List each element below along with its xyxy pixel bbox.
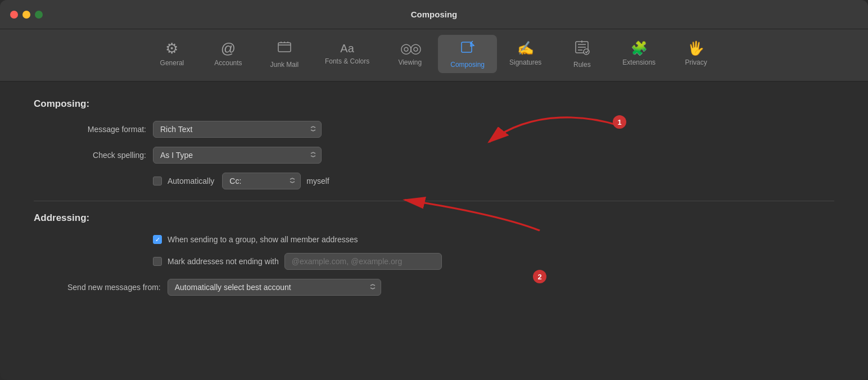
send-from-select-wrapper: Automatically select best account Specif… — [168, 279, 381, 296]
addressing-section-title: Addressing: — [34, 212, 834, 224]
close-button[interactable] — [10, 11, 18, 19]
traffic-lights — [10, 11, 43, 19]
badge-2: 2 — [533, 270, 546, 283]
svg-point-11 — [584, 49, 589, 55]
send-from-select[interactable]: Automatically select best account Specif… — [168, 279, 381, 296]
toolbar-label-rules: Rules — [573, 61, 591, 69]
cc-select[interactable]: Cc: Bcc: — [222, 173, 301, 189]
send-from-row: Send new messages from: Automatically se… — [67, 279, 834, 296]
group-checkbox-label: When sending to a group, show all member… — [168, 235, 358, 244]
auto-checkbox-label: Automatically — [168, 177, 214, 186]
toolbar-label-signatures: Signatures — [509, 58, 541, 66]
viewing-icon: ◎◎ — [400, 42, 419, 55]
toolbar-item-signatures[interactable]: ✍ Signatures — [497, 37, 554, 71]
toolbar-label-viewing: Viewing — [398, 58, 422, 66]
svg-rect-0 — [278, 43, 291, 52]
window-title: Composing — [411, 10, 458, 19]
check-spelling-group: Check spelling: As I Type When I Click S… — [34, 147, 834, 164]
extensions-icon: 🧩 — [631, 42, 648, 55]
privacy-icon: 🖐 — [688, 42, 704, 55]
badge-1: 1 — [613, 115, 626, 129]
accounts-icon: @ — [221, 41, 236, 56]
toolbar-item-junk-mail[interactable]: Junk Mail — [256, 35, 313, 73]
toolbar-label-junk-mail: Junk Mail — [270, 61, 299, 69]
toolbar-label-accounts: Accounts — [214, 59, 242, 67]
toolbar: ⚙ General @ Accounts Junk Mail Aa Fonts … — [0, 29, 868, 82]
section-divider — [34, 201, 834, 201]
group-checkbox-group: When sending to a group, show all member… — [153, 235, 834, 244]
toolbar-item-viewing[interactable]: ◎◎ Viewing — [382, 37, 438, 71]
composing-icon — [460, 39, 476, 57]
toolbar-item-extensions[interactable]: 🧩 Extensions — [610, 37, 668, 71]
toolbar-item-privacy[interactable]: 🖐 Privacy — [668, 37, 724, 71]
toolbar-label-composing: Composing — [450, 61, 485, 69]
check-spelling-select[interactable]: As I Type When I Click Send Never — [153, 147, 322, 164]
toolbar-item-rules[interactable]: Rules — [554, 35, 610, 73]
myself-label: myself — [306, 177, 329, 186]
mark-addresses-checkbox[interactable] — [153, 257, 162, 266]
rules-icon — [574, 39, 590, 57]
main-window: Composing ⚙ General @ Accounts Junk Mail — [0, 0, 868, 380]
mark-addresses-label: Mark addresses not ending with — [168, 257, 279, 266]
minimize-button[interactable] — [22, 11, 30, 19]
toolbar-item-accounts[interactable]: @ Accounts — [200, 37, 256, 71]
toolbar-label-fonts-colors: Fonts & Colors — [325, 57, 369, 65]
toolbar-item-general[interactable]: ⚙ General — [144, 37, 200, 71]
composing-section-title: Composing: — [34, 98, 834, 110]
fonts-icon: Aa — [340, 43, 354, 54]
check-spelling-select-wrapper: As I Type When I Click Send Never — [153, 147, 322, 164]
signatures-icon: ✍ — [517, 42, 534, 55]
message-format-group: Message format: Rich Text Plain Text — [34, 121, 834, 138]
cc-select-wrapper: Cc: Bcc: — [222, 173, 301, 189]
toolbar-label-privacy: Privacy — [685, 58, 707, 66]
toolbar-item-composing[interactable]: Composing — [438, 35, 497, 73]
auto-checkbox[interactable] — [153, 177, 162, 186]
message-format-label: Message format: — [34, 125, 146, 134]
mark-addresses-group: Mark addresses not ending with — [153, 253, 834, 270]
auto-cc-group: Automatically Cc: Bcc: myself — [153, 173, 834, 189]
toolbar-label-general: General — [160, 59, 184, 67]
message-format-select-wrapper: Rich Text Plain Text — [153, 121, 322, 138]
titlebar: Composing — [0, 0, 868, 29]
toolbar-item-fonts-colors[interactable]: Aa Fonts & Colors — [313, 38, 382, 70]
junk-mail-icon — [277, 39, 292, 57]
toolbar-label-extensions: Extensions — [622, 58, 655, 66]
mark-addresses-input[interactable] — [284, 253, 442, 270]
group-checkbox[interactable] — [153, 235, 162, 244]
message-format-select[interactable]: Rich Text Plain Text — [153, 121, 322, 138]
maximize-button[interactable] — [35, 11, 43, 19]
send-from-label: Send new messages from: — [67, 283, 161, 292]
content-area: Composing: Message format: Rich Text Pla… — [0, 82, 868, 318]
general-icon: ⚙ — [165, 41, 178, 56]
check-spelling-label: Check spelling: — [34, 151, 146, 160]
